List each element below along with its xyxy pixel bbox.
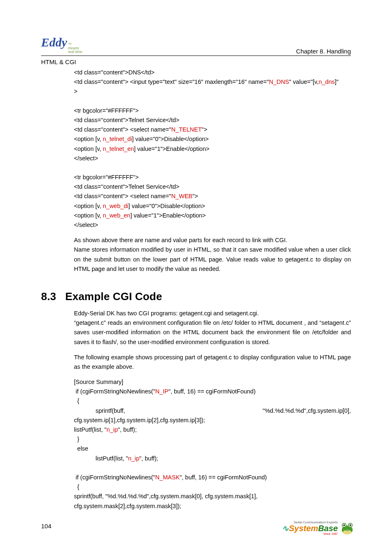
code-block-html: <td class="content">DNS</td> <td class="… — [74, 68, 351, 230]
code-line: else — [74, 444, 351, 453]
code-line: cfg.system.ip[1],cfg.system.ip[2],cfg.sy… — [74, 416, 351, 425]
code-line: { — [74, 482, 351, 492]
code-line: <td class="content">Telnet Service</td> — [74, 182, 351, 192]
code-line: if (cgiFormStringNoNewlines("N_MASK", bu… — [74, 473, 351, 482]
frog-icon — [339, 521, 355, 535]
code-line: <option [v, n_web_di] value="0">Disable<… — [74, 201, 351, 211]
chapter-label: Chapter 8. Handling — [296, 48, 351, 55]
code-line: <option [v, n_web_en] value="1">Enable</… — [74, 211, 351, 220]
code-blank — [74, 463, 351, 473]
paragraph: The following example shows processing p… — [74, 353, 351, 372]
code-line: <option [v, n_telnet_en] value="1">Enabl… — [74, 144, 351, 154]
systembase-logo: Serial Communication Experts ∿SystemBase… — [282, 521, 355, 535]
code-line: <option [v, n_telnet_di] value="0">Disab… — [74, 134, 351, 144]
code-line: <td class="content"> <select name="N_WEB… — [74, 192, 351, 201]
code-line: </select> — [74, 220, 351, 230]
svg-point-7 — [350, 524, 351, 526]
heading-title: Example CGI Code — [65, 290, 162, 303]
logo-subtext: ™ means real-time — [68, 43, 82, 54]
code-line: <td class="content">DNS</td> — [74, 68, 351, 77]
logo-main: Eddy — [41, 36, 67, 49]
code-line: <tr bgcolor="#FFFFFF"> — [74, 173, 351, 182]
code-line: <td class="content"> <select name="N_TEL… — [74, 125, 351, 134]
paragraph: Eddy-Serial DK has two CGI programs: get… — [74, 309, 351, 347]
heading-8-3: 8.3 Example CGI Code — [41, 290, 351, 303]
code-line: <tr bgcolor="#FFFFFF"> — [74, 106, 351, 116]
body-content: <td class="content">DNS</td> <td class="… — [74, 68, 351, 274]
code-line: > — [74, 87, 351, 96]
code-blank — [74, 163, 351, 173]
code-blank — [74, 97, 351, 106]
code-line: listPutf(list, "n_ip", buff); — [74, 425, 351, 435]
svg-point-6 — [344, 524, 345, 526]
code-line: cfg.system.mask[2],cfg.system.mask[3]); — [74, 502, 351, 511]
code-line: </select> — [74, 154, 351, 163]
code-line: sprintf(buff, "%d.%d.%d.%d",cfg.system.m… — [74, 492, 351, 501]
code-line: <td class="content">Telnet Service</td> — [74, 116, 351, 125]
code-line: [Source Summary] — [74, 377, 351, 387]
page-number: 104 — [41, 523, 51, 530]
wave-icon: ∿ — [282, 524, 289, 533]
code-line: <td class="content"> <input type="text" … — [74, 77, 351, 87]
code-line: if (cgiFormStringNoNewlines("N_IP", buff… — [74, 387, 351, 396]
heading-number: 8.3 — [41, 290, 56, 303]
code-line: { — [74, 396, 351, 406]
footer-brand: ∿SystemBase — [282, 524, 338, 532]
body-content-2: Eddy-Serial DK has two CGI programs: get… — [74, 309, 351, 511]
code-block-c: [Source Summary] if (cgiFormStringNoNewl… — [74, 377, 351, 511]
code-line: } — [74, 435, 351, 444]
footer-since: Since 1987 — [323, 532, 338, 535]
page-header: Eddy ™ means real-time Chapter 8. Handli… — [41, 36, 351, 56]
paragraph: As shown above there are name and value … — [74, 236, 351, 274]
section-label: HTML & CGI — [41, 58, 351, 65]
code-line: sprintf(buff, "%d.%d.%d.%d",cfg.system.i… — [74, 406, 351, 416]
eddy-logo: Eddy ™ means real-time — [41, 36, 82, 55]
code-line: listPutf(list, "n_ip", buff); — [74, 454, 351, 463]
